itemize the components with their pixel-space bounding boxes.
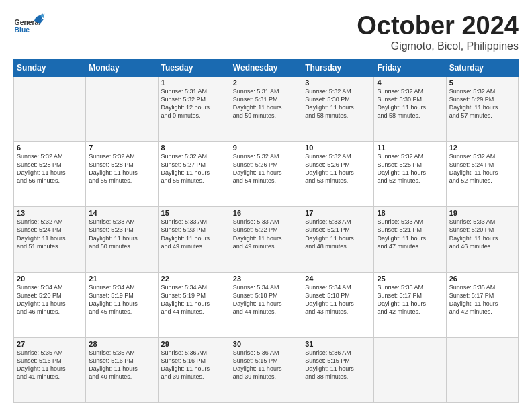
day-number: 30	[233, 340, 299, 348]
day-info: Sunrise: 5:33 AMSunset: 5:21 PMDaylight:…	[305, 218, 354, 249]
day-info: Sunrise: 5:32 AMSunset: 5:28 PMDaylight:…	[17, 153, 66, 184]
calendar-cell: 20Sunrise: 5:34 AMSunset: 5:20 PMDayligh…	[14, 272, 86, 337]
week-row-2: 6Sunrise: 5:32 AMSunset: 5:28 PMDaylight…	[14, 142, 519, 207]
day-info: Sunrise: 5:32 AMSunset: 5:30 PMDaylight:…	[377, 88, 426, 119]
day-info: Sunrise: 5:33 AMSunset: 5:20 PMDaylight:…	[449, 218, 498, 249]
header-wednesday: Wednesday	[230, 59, 302, 76]
day-info: Sunrise: 5:34 AMSunset: 5:18 PMDaylight:…	[305, 284, 354, 315]
logo: General Blue	[13, 12, 46, 38]
day-info: Sunrise: 5:35 AMSunset: 5:16 PMDaylight:…	[89, 349, 138, 380]
calendar-cell: 10Sunrise: 5:32 AMSunset: 5:26 PMDayligh…	[302, 142, 374, 207]
day-info: Sunrise: 5:32 AMSunset: 5:29 PMDaylight:…	[449, 88, 498, 119]
day-number: 16	[233, 209, 299, 217]
day-info: Sunrise: 5:32 AMSunset: 5:30 PMDaylight:…	[305, 88, 354, 119]
calendar-cell: 25Sunrise: 5:35 AMSunset: 5:17 PMDayligh…	[374, 272, 446, 337]
calendar-cell: 22Sunrise: 5:34 AMSunset: 5:19 PMDayligh…	[158, 272, 230, 337]
day-number: 9	[233, 144, 299, 152]
header-thursday: Thursday	[302, 59, 374, 76]
calendar-cell: 2Sunrise: 5:31 AMSunset: 5:31 PMDaylight…	[230, 76, 302, 141]
calendar-cell: 18Sunrise: 5:33 AMSunset: 5:21 PMDayligh…	[374, 207, 446, 272]
day-number: 23	[233, 275, 299, 283]
day-info: Sunrise: 5:34 AMSunset: 5:20 PMDaylight:…	[17, 284, 66, 315]
week-row-3: 13Sunrise: 5:32 AMSunset: 5:24 PMDayligh…	[14, 207, 519, 272]
calendar-cell	[374, 337, 446, 402]
calendar-cell: 19Sunrise: 5:33 AMSunset: 5:20 PMDayligh…	[446, 207, 518, 272]
calendar-cell: 12Sunrise: 5:32 AMSunset: 5:24 PMDayligh…	[446, 142, 518, 207]
week-row-4: 20Sunrise: 5:34 AMSunset: 5:20 PMDayligh…	[14, 272, 519, 337]
day-number: 19	[449, 209, 515, 217]
header: General Blue October 2024 Gigmoto, Bicol…	[13, 12, 519, 52]
weekday-header-row: Sunday Monday Tuesday Wednesday Thursday…	[14, 59, 519, 76]
day-number: 21	[89, 275, 154, 283]
calendar-page: General Blue October 2024 Gigmoto, Bicol…	[0, 0, 532, 411]
day-number: 14	[89, 209, 154, 217]
calendar-cell	[14, 76, 86, 141]
day-number: 13	[17, 209, 83, 217]
day-info: Sunrise: 5:36 AMSunset: 5:15 PMDaylight:…	[233, 349, 282, 380]
day-info: Sunrise: 5:34 AMSunset: 5:19 PMDaylight:…	[161, 284, 210, 315]
svg-text:Blue: Blue	[15, 26, 30, 34]
day-number: 10	[305, 144, 371, 152]
day-info: Sunrise: 5:32 AMSunset: 5:26 PMDaylight:…	[233, 153, 282, 184]
calendar-cell: 29Sunrise: 5:36 AMSunset: 5:16 PMDayligh…	[158, 337, 230, 402]
day-number: 27	[17, 340, 83, 348]
day-info: Sunrise: 5:33 AMSunset: 5:23 PMDaylight:…	[89, 218, 138, 249]
day-info: Sunrise: 5:32 AMSunset: 5:24 PMDaylight:…	[449, 153, 498, 184]
calendar-cell: 28Sunrise: 5:35 AMSunset: 5:16 PMDayligh…	[86, 337, 158, 402]
day-number: 7	[89, 144, 154, 152]
calendar-cell: 15Sunrise: 5:33 AMSunset: 5:23 PMDayligh…	[158, 207, 230, 272]
calendar-cell: 30Sunrise: 5:36 AMSunset: 5:15 PMDayligh…	[230, 337, 302, 402]
day-number: 29	[161, 340, 227, 348]
week-row-5: 27Sunrise: 5:35 AMSunset: 5:16 PMDayligh…	[14, 337, 519, 402]
day-number: 3	[305, 79, 371, 87]
header-saturday: Saturday	[446, 59, 518, 76]
calendar-cell: 21Sunrise: 5:34 AMSunset: 5:19 PMDayligh…	[86, 272, 158, 337]
calendar-cell: 11Sunrise: 5:32 AMSunset: 5:25 PMDayligh…	[374, 142, 446, 207]
calendar-cell: 26Sunrise: 5:35 AMSunset: 5:17 PMDayligh…	[446, 272, 518, 337]
calendar-cell: 27Sunrise: 5:35 AMSunset: 5:16 PMDayligh…	[14, 337, 86, 402]
calendar-table: Sunday Monday Tuesday Wednesday Thursday…	[13, 59, 519, 403]
calendar-cell: 5Sunrise: 5:32 AMSunset: 5:29 PMDaylight…	[446, 76, 518, 141]
day-info: Sunrise: 5:31 AMSunset: 5:31 PMDaylight:…	[233, 88, 282, 119]
day-info: Sunrise: 5:33 AMSunset: 5:21 PMDaylight:…	[377, 218, 426, 249]
day-number: 4	[377, 79, 443, 87]
day-info: Sunrise: 5:31 AMSunset: 5:32 PMDaylight:…	[161, 88, 210, 119]
day-number: 28	[89, 340, 154, 348]
day-info: Sunrise: 5:32 AMSunset: 5:24 PMDaylight:…	[17, 218, 66, 249]
calendar-cell: 16Sunrise: 5:33 AMSunset: 5:22 PMDayligh…	[230, 207, 302, 272]
calendar-cell: 4Sunrise: 5:32 AMSunset: 5:30 PMDaylight…	[374, 76, 446, 141]
day-info: Sunrise: 5:33 AMSunset: 5:22 PMDaylight:…	[233, 218, 282, 249]
calendar-cell: 14Sunrise: 5:33 AMSunset: 5:23 PMDayligh…	[86, 207, 158, 272]
day-info: Sunrise: 5:35 AMSunset: 5:17 PMDaylight:…	[449, 284, 498, 315]
day-number: 6	[17, 144, 83, 152]
header-sunday: Sunday	[14, 59, 86, 76]
calendar-cell: 6Sunrise: 5:32 AMSunset: 5:28 PMDaylight…	[14, 142, 86, 207]
day-number: 22	[161, 275, 227, 283]
day-number: 18	[377, 209, 443, 217]
day-info: Sunrise: 5:35 AMSunset: 5:17 PMDaylight:…	[377, 284, 426, 315]
title-section: October 2024 Gigmoto, Bicol, Philippines	[357, 12, 519, 52]
calendar-cell: 17Sunrise: 5:33 AMSunset: 5:21 PMDayligh…	[302, 207, 374, 272]
calendar-cell	[446, 337, 518, 402]
header-friday: Friday	[374, 59, 446, 76]
location: Gigmoto, Bicol, Philippines	[357, 40, 519, 52]
day-number: 15	[161, 209, 227, 217]
month-title: October 2024	[357, 12, 519, 40]
day-number: 5	[449, 79, 515, 87]
day-info: Sunrise: 5:34 AMSunset: 5:18 PMDaylight:…	[233, 284, 282, 315]
header-monday: Monday	[86, 59, 158, 76]
day-info: Sunrise: 5:33 AMSunset: 5:23 PMDaylight:…	[161, 218, 210, 249]
day-info: Sunrise: 5:32 AMSunset: 5:28 PMDaylight:…	[89, 153, 138, 184]
day-info: Sunrise: 5:32 AMSunset: 5:25 PMDaylight:…	[377, 153, 426, 184]
day-number: 2	[233, 79, 299, 87]
calendar-cell: 7Sunrise: 5:32 AMSunset: 5:28 PMDaylight…	[86, 142, 158, 207]
day-number: 17	[305, 209, 371, 217]
day-number: 8	[161, 144, 227, 152]
day-info: Sunrise: 5:36 AMSunset: 5:15 PMDaylight:…	[305, 349, 354, 380]
calendar-cell	[86, 76, 158, 141]
calendar-cell: 24Sunrise: 5:34 AMSunset: 5:18 PMDayligh…	[302, 272, 374, 337]
day-number: 31	[305, 340, 371, 348]
day-number: 1	[161, 79, 227, 87]
day-info: Sunrise: 5:36 AMSunset: 5:16 PMDaylight:…	[161, 349, 210, 380]
week-row-1: 1Sunrise: 5:31 AMSunset: 5:32 PMDaylight…	[14, 76, 519, 141]
